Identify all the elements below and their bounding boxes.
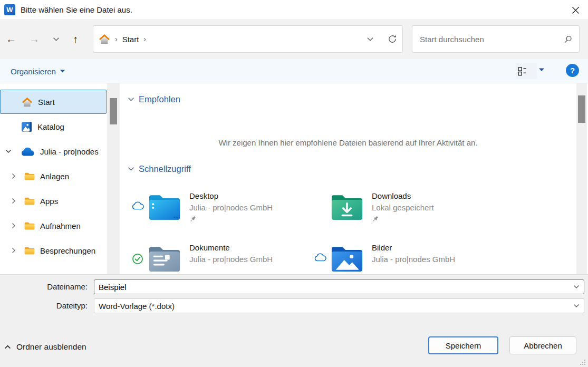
tile-downloads[interactable]: Downloads Lokal gespeichert: [314, 188, 494, 233]
tile-dokumente[interactable]: Dokumente Julia - pro|nodes GmbH: [132, 239, 311, 274]
home-icon: [22, 97, 33, 107]
save-button[interactable]: Speichern: [428, 336, 498, 354]
sidebar-item-besprechungen[interactable]: Besprechungen: [0, 238, 107, 263]
back-button[interactable]: ←: [4, 31, 18, 47]
file-list-area: Empfohlen Wir zeigen Ihnen hier empfohle…: [121, 83, 575, 274]
pictures-folder-icon: [331, 244, 363, 274]
cancel-button[interactable]: Abbrechen: [509, 336, 576, 354]
chevron-right-icon[interactable]: [9, 198, 18, 204]
dropdown-arrow-icon: [60, 70, 65, 73]
address-bar[interactable]: › Start ›: [93, 25, 403, 53]
help-button[interactable]: ?: [566, 64, 579, 77]
sidebar-item-aufnahmen[interactable]: Aufnahmen: [0, 214, 107, 238]
sidebar-item-label: Katalog: [37, 122, 64, 131]
synced-status-icon: [132, 253, 146, 265]
content-scrollbar[interactable]: [576, 83, 587, 274]
save-file-dialog: W Bitte wählen Sie eine Datei aus. ← → ↑…: [0, 0, 588, 367]
recommended-empty-text: Wir zeigen Ihnen hier empfohlene Dateien…: [121, 138, 575, 147]
chevron-right-icon[interactable]: [9, 173, 18, 179]
cloud-status-icon: [132, 201, 146, 210]
sidebar-item-label: Besprechungen: [40, 246, 95, 255]
chevron-down-icon: [128, 97, 134, 102]
section-title: Empfohlen: [139, 94, 180, 104]
organize-label: Organisieren: [11, 67, 56, 76]
title-bar: W Bitte wählen Sie eine Datei aus.: [0, 0, 588, 19]
details-view-icon: [518, 67, 528, 76]
resize-grip[interactable]: [580, 359, 586, 365]
pin-icon: [189, 216, 196, 223]
sidebar-item-apps[interactable]: Apps: [0, 189, 107, 213]
organize-button[interactable]: Organisieren: [8, 64, 67, 79]
filename-combo: [94, 279, 584, 294]
tile-text: Dokumente Julia - pro|nodes GmbH: [189, 242, 273, 265]
tile-title: Downloads: [372, 190, 434, 202]
search-box: [412, 25, 580, 53]
pin-icon: [372, 216, 379, 223]
tile-text: Downloads Lokal gespeichert: [372, 190, 434, 224]
filetype-value: Word-Vorlage (*.dotx): [94, 302, 175, 311]
sidebar-scrollbar-thumb[interactable]: [110, 98, 117, 124]
change-view-button[interactable]: [516, 63, 537, 79]
chevron-up-icon: [4, 345, 11, 350]
tile-subtitle: Lokal gespeichert: [372, 202, 434, 214]
tile-desktop[interactable]: Desktop Julia - pro|nodes GmbH: [132, 188, 311, 233]
filetype-select[interactable]: Word-Vorlage (*.dotx): [94, 298, 584, 313]
dialog-body: Start Katalog: [0, 83, 588, 274]
hide-folders-button[interactable]: Ordner ausblenden: [4, 342, 86, 352]
filename-label: Dateiname:: [0, 279, 88, 294]
forward-button[interactable]: →: [27, 31, 41, 47]
onedrive-icon: [21, 147, 35, 156]
tile-subtitle: Julia - pro|nodes GmbH: [189, 254, 273, 265]
chevron-right-icon[interactable]: [9, 247, 18, 254]
search-input[interactable]: [419, 34, 564, 44]
gallery-icon: [21, 121, 32, 132]
downloads-folder-icon: [331, 192, 363, 222]
navigation-sidebar: Start Katalog: [0, 83, 107, 274]
chevron-down-icon[interactable]: [573, 285, 580, 289]
sidebar-item-label: Start: [38, 98, 55, 107]
section-recommended-header[interactable]: Empfohlen: [128, 94, 180, 104]
tile-subtitle: Julia - pro|nodes GmbH: [372, 254, 455, 265]
section-quick-access-header[interactable]: Schnellzugriff: [128, 164, 191, 174]
refresh-button[interactable]: [388, 34, 397, 44]
documents-folder-icon: [148, 244, 181, 274]
breadcrumb-start[interactable]: Start: [122, 35, 139, 44]
word-app-icon: W: [4, 4, 15, 15]
sidebar-item-label: Aufnahmen: [40, 221, 81, 230]
recent-locations-button[interactable]: [51, 31, 61, 47]
tile-title: Dokumente: [189, 242, 273, 254]
tile-title: Desktop: [189, 190, 273, 202]
sidebar-item-onedrive[interactable]: Julia - pro|nodes: [0, 139, 107, 163]
search-icon: [564, 35, 573, 44]
breadcrumb-separator: ›: [115, 35, 118, 43]
chevron-down-icon[interactable]: [4, 149, 13, 153]
section-title: Schnellzugriff: [139, 164, 191, 174]
filename-input[interactable]: [94, 280, 584, 294]
chevron-down-icon: [573, 304, 580, 308]
sidebar-item-start[interactable]: Start: [0, 90, 107, 114]
chevron-right-icon[interactable]: [9, 223, 18, 229]
chevron-down-icon: [128, 167, 134, 171]
hide-folders-label: Ordner ausblenden: [16, 342, 86, 352]
folder-icon: [24, 172, 35, 181]
sidebar-item-label: Apps: [40, 197, 58, 206]
tile-subtitle: Julia - pro|nodes GmbH: [189, 202, 273, 214]
content-scrollbar-thumb[interactable]: [578, 95, 585, 123]
address-dropdown-button[interactable]: [367, 37, 374, 42]
filetype-label: Dateityp:: [0, 298, 88, 313]
up-button[interactable]: ↑: [69, 31, 82, 47]
cloud-status-icon: [314, 253, 328, 262]
desktop-folder-icon: [148, 192, 181, 222]
view-dropdown-arrow[interactable]: [539, 68, 544, 72]
sidebar-item-anlagen[interactable]: Anlagen: [0, 164, 107, 188]
home-icon: [99, 34, 110, 44]
folder-icon: [24, 197, 35, 206]
sidebar-item-label: Julia - pro|nodes: [40, 147, 99, 156]
tile-bilder[interactable]: Bilder Julia - pro|nodes GmbH: [314, 239, 494, 274]
forward-arrow-icon: →: [29, 33, 40, 45]
sidebar-item-katalog[interactable]: Katalog: [0, 114, 107, 139]
sidebar-scrollbar[interactable]: [107, 83, 120, 274]
dialog-footer: Dateiname: Dateityp: Word-Vorlage (*.dot…: [0, 274, 588, 367]
folder-icon: [24, 246, 35, 255]
close-button[interactable]: [570, 5, 581, 15]
